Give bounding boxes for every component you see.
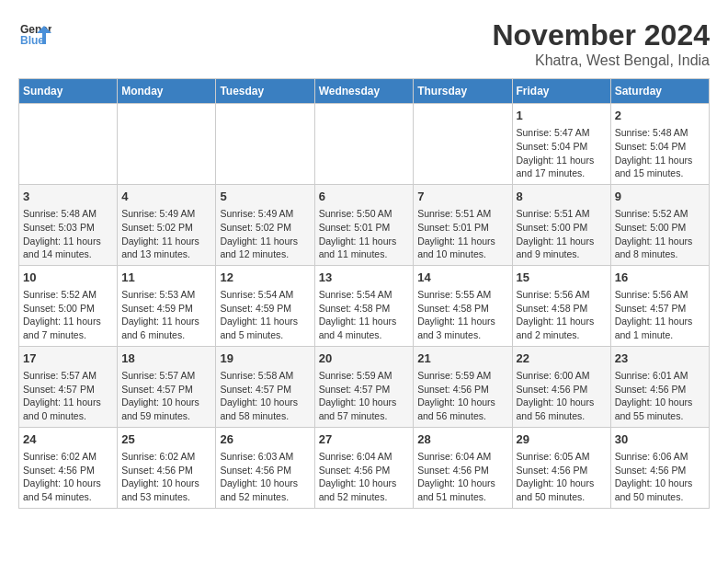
calendar-day-cell: 13Sunrise: 5:54 AM Sunset: 4:58 PM Dayli…	[314, 265, 414, 346]
calendar-day-cell	[314, 104, 414, 185]
day-number: 12	[220, 270, 310, 286]
calendar-day-cell: 8Sunrise: 5:51 AM Sunset: 5:00 PM Daylig…	[512, 184, 610, 265]
day-number: 29	[517, 431, 607, 448]
calendar-day-cell: 23Sunrise: 6:01 AM Sunset: 4:56 PM Dayli…	[610, 346, 709, 427]
weekday-header: Tuesday	[216, 79, 314, 104]
day-info: Sunrise: 5:51 AM Sunset: 5:01 PM Dayligh…	[417, 207, 507, 261]
day-info: Sunrise: 6:02 AM Sunset: 4:56 PM Dayligh…	[23, 450, 113, 504]
day-info: Sunrise: 5:56 AM Sunset: 4:58 PM Dayligh…	[517, 288, 607, 342]
weekday-header: Friday	[512, 79, 610, 104]
calendar-day-cell: 6Sunrise: 5:50 AM Sunset: 5:01 PM Daylig…	[314, 184, 414, 265]
day-number: 24	[23, 431, 113, 448]
day-number: 13	[319, 270, 410, 286]
day-info: Sunrise: 5:58 AM Sunset: 4:57 PM Dayligh…	[220, 369, 310, 423]
day-number: 3	[23, 189, 113, 205]
weekday-header: Monday	[118, 79, 216, 104]
calendar-day-cell: 4Sunrise: 5:49 AM Sunset: 5:02 PM Daylig…	[118, 184, 216, 265]
day-info: Sunrise: 5:52 AM Sunset: 5:00 PM Dayligh…	[23, 288, 113, 342]
day-info: Sunrise: 6:03 AM Sunset: 4:56 PM Dayligh…	[220, 450, 310, 504]
day-info: Sunrise: 6:04 AM Sunset: 4:56 PM Dayligh…	[417, 450, 507, 504]
day-info: Sunrise: 6:05 AM Sunset: 4:56 PM Dayligh…	[517, 450, 607, 504]
day-number: 28	[417, 431, 507, 448]
calendar-header-row: SundayMondayTuesdayWednesdayThursdayFrid…	[19, 79, 710, 104]
day-number: 26	[220, 431, 310, 448]
calendar-week-row: 17Sunrise: 5:57 AM Sunset: 4:57 PM Dayli…	[19, 346, 710, 427]
calendar-day-cell	[414, 104, 512, 185]
day-info: Sunrise: 5:48 AM Sunset: 5:03 PM Dayligh…	[23, 207, 113, 261]
day-info: Sunrise: 5:59 AM Sunset: 4:56 PM Dayligh…	[417, 369, 507, 423]
day-number: 5	[220, 189, 310, 205]
calendar-day-cell: 14Sunrise: 5:55 AM Sunset: 4:58 PM Dayli…	[414, 265, 512, 346]
svg-text:Blue: Blue	[20, 34, 44, 47]
day-number: 17	[23, 350, 113, 367]
day-number: 15	[517, 270, 607, 286]
day-info: Sunrise: 5:54 AM Sunset: 4:58 PM Dayligh…	[319, 288, 410, 342]
day-info: Sunrise: 5:54 AM Sunset: 4:59 PM Dayligh…	[220, 288, 310, 342]
day-info: Sunrise: 6:01 AM Sunset: 4:56 PM Dayligh…	[615, 369, 705, 423]
calendar-table: SundayMondayTuesdayWednesdayThursdayFrid…	[18, 78, 710, 509]
calendar-day-cell: 25Sunrise: 6:02 AM Sunset: 4:56 PM Dayli…	[118, 427, 216, 508]
calendar-day-cell: 19Sunrise: 5:58 AM Sunset: 4:57 PM Dayli…	[216, 346, 314, 427]
weekday-header: Sunday	[19, 79, 118, 104]
day-info: Sunrise: 5:53 AM Sunset: 4:59 PM Dayligh…	[121, 288, 211, 342]
calendar-week-row: 24Sunrise: 6:02 AM Sunset: 4:56 PM Dayli…	[19, 427, 710, 508]
day-number: 1	[517, 108, 607, 124]
day-number: 19	[220, 350, 310, 367]
weekday-header: Thursday	[414, 79, 512, 104]
day-info: Sunrise: 5:49 AM Sunset: 5:02 PM Dayligh…	[121, 207, 211, 261]
day-info: Sunrise: 5:55 AM Sunset: 4:58 PM Dayligh…	[417, 288, 507, 342]
calendar-day-cell: 5Sunrise: 5:49 AM Sunset: 5:02 PM Daylig…	[216, 184, 314, 265]
day-info: Sunrise: 6:06 AM Sunset: 4:56 PM Dayligh…	[615, 450, 705, 504]
calendar-day-cell: 15Sunrise: 5:56 AM Sunset: 4:58 PM Dayli…	[512, 265, 610, 346]
day-info: Sunrise: 6:04 AM Sunset: 4:56 PM Dayligh…	[319, 450, 410, 504]
calendar-day-cell: 10Sunrise: 5:52 AM Sunset: 5:00 PM Dayli…	[19, 265, 118, 346]
calendar-day-cell: 20Sunrise: 5:59 AM Sunset: 4:57 PM Dayli…	[314, 346, 414, 427]
page-header: General Blue November 2024 Khatra, West …	[18, 18, 710, 69]
day-number: 9	[615, 189, 705, 205]
day-number: 30	[615, 431, 705, 448]
calendar-week-row: 1Sunrise: 5:47 AM Sunset: 5:04 PM Daylig…	[19, 104, 710, 185]
calendar-day-cell	[216, 104, 314, 185]
day-number: 22	[517, 350, 607, 367]
day-info: Sunrise: 6:00 AM Sunset: 4:56 PM Dayligh…	[517, 369, 607, 423]
calendar-day-cell: 28Sunrise: 6:04 AM Sunset: 4:56 PM Dayli…	[414, 427, 512, 508]
day-number: 11	[121, 270, 211, 286]
page-title: November 2024	[492, 18, 710, 52]
calendar-day-cell	[19, 104, 118, 185]
day-number: 8	[517, 189, 607, 205]
calendar-day-cell: 7Sunrise: 5:51 AM Sunset: 5:01 PM Daylig…	[414, 184, 512, 265]
weekday-header: Wednesday	[314, 79, 414, 104]
day-number: 20	[319, 350, 410, 367]
day-info: Sunrise: 5:59 AM Sunset: 4:57 PM Dayligh…	[319, 369, 410, 423]
day-number: 23	[615, 350, 705, 367]
day-info: Sunrise: 5:56 AM Sunset: 4:57 PM Dayligh…	[615, 288, 705, 342]
day-number: 25	[121, 431, 211, 448]
day-info: Sunrise: 5:50 AM Sunset: 5:01 PM Dayligh…	[319, 207, 410, 261]
calendar-day-cell: 22Sunrise: 6:00 AM Sunset: 4:56 PM Dayli…	[512, 346, 610, 427]
page-subtitle: Khatra, West Bengal, India	[492, 52, 710, 69]
calendar-day-cell: 21Sunrise: 5:59 AM Sunset: 4:56 PM Dayli…	[414, 346, 512, 427]
calendar-week-row: 3Sunrise: 5:48 AM Sunset: 5:03 PM Daylig…	[19, 184, 710, 265]
day-number: 21	[417, 350, 507, 367]
day-info: Sunrise: 5:47 AM Sunset: 5:04 PM Dayligh…	[517, 126, 607, 180]
calendar-day-cell: 3Sunrise: 5:48 AM Sunset: 5:03 PM Daylig…	[19, 184, 118, 265]
day-info: Sunrise: 5:57 AM Sunset: 4:57 PM Dayligh…	[121, 369, 211, 423]
calendar-day-cell: 30Sunrise: 6:06 AM Sunset: 4:56 PM Dayli…	[610, 427, 709, 508]
day-number: 16	[615, 270, 705, 286]
day-info: Sunrise: 5:57 AM Sunset: 4:57 PM Dayligh…	[23, 369, 113, 423]
logo: General Blue	[18, 18, 51, 52]
calendar-day-cell: 1Sunrise: 5:47 AM Sunset: 5:04 PM Daylig…	[512, 104, 610, 185]
calendar-day-cell: 12Sunrise: 5:54 AM Sunset: 4:59 PM Dayli…	[216, 265, 314, 346]
day-number: 10	[23, 270, 113, 286]
calendar-week-row: 10Sunrise: 5:52 AM Sunset: 5:00 PM Dayli…	[19, 265, 710, 346]
weekday-header: Saturday	[610, 79, 709, 104]
calendar-day-cell: 24Sunrise: 6:02 AM Sunset: 4:56 PM Dayli…	[19, 427, 118, 508]
day-number: 27	[319, 431, 410, 448]
day-number: 2	[615, 108, 705, 124]
day-info: Sunrise: 5:48 AM Sunset: 5:04 PM Dayligh…	[615, 126, 705, 180]
calendar-day-cell: 2Sunrise: 5:48 AM Sunset: 5:04 PM Daylig…	[610, 104, 709, 185]
calendar-day-cell: 27Sunrise: 6:04 AM Sunset: 4:56 PM Dayli…	[314, 427, 414, 508]
calendar-day-cell	[118, 104, 216, 185]
calendar-day-cell: 16Sunrise: 5:56 AM Sunset: 4:57 PM Dayli…	[610, 265, 709, 346]
title-block: November 2024 Khatra, West Bengal, India	[492, 18, 710, 69]
